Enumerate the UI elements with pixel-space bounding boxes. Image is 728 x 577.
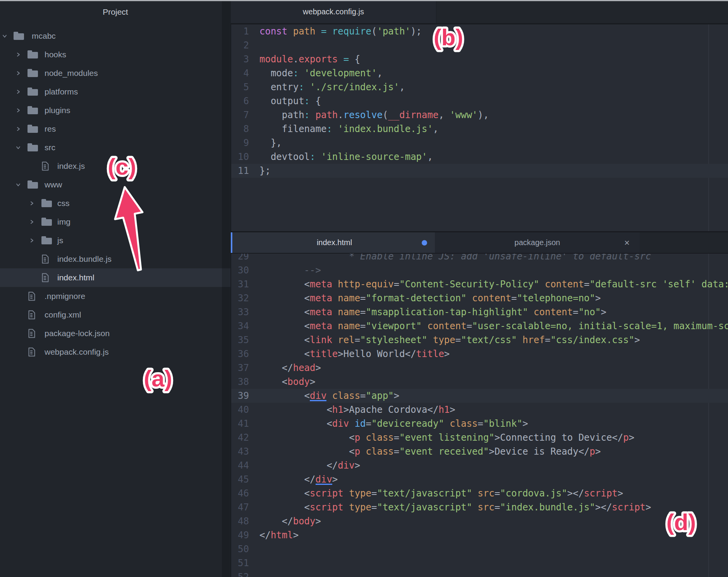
svg-text:(a): (a) — [144, 366, 172, 392]
line-content: <meta name="viewport" content="user-scal… — [249, 319, 728, 333]
tab-index-html[interactable]: index.html — [231, 232, 437, 253]
line-content: <div id="deviceready" class="blink"> — [249, 417, 528, 431]
file-icon — [41, 254, 49, 264]
chevron-right-icon[interactable] — [15, 126, 21, 132]
tree-item-label: package-lock.json — [45, 324, 110, 343]
window-top-strip — [0, 0, 728, 1]
folder-icon — [27, 182, 38, 189]
line-content: mode: 'development', — [249, 66, 383, 80]
line-number: 41 — [231, 417, 249, 431]
tree-item-config-xml[interactable]: config.xml — [0, 306, 231, 324]
pane-divider[interactable] — [231, 231, 728, 232]
close-icon[interactable]: × — [621, 237, 633, 249]
tree-item-label: index.bundle.js — [57, 250, 112, 268]
line-number: 39 — [231, 389, 249, 403]
folder-icon — [41, 238, 52, 244]
line-number: 8 — [231, 122, 249, 136]
code-line-33: 33 <meta name="msapplication-tap-highlig… — [231, 305, 728, 319]
chevron-down-icon[interactable] — [15, 145, 21, 150]
code-line-46: 46 <script type="text/javascript" src="c… — [231, 486, 728, 500]
chevron-right-icon[interactable] — [15, 70, 21, 76]
tab-truncated[interactable]: co — [640, 232, 728, 253]
line-content: </html> — [249, 528, 299, 542]
chevron-right-icon[interactable] — [29, 201, 34, 206]
tree-item-label: img — [57, 213, 70, 231]
code-line-51: 51 — [231, 556, 728, 570]
line-number: 7 — [231, 108, 249, 122]
line-number: 33 — [231, 305, 249, 319]
line-content: }, — [249, 136, 282, 150]
line-content: }; — [249, 164, 271, 178]
tree-item-label: platforms — [45, 82, 78, 101]
tab-package-json[interactable]: package.json × — [435, 232, 640, 253]
file-icon — [41, 161, 49, 171]
line-number: 1 — [231, 24, 249, 38]
tree-item-label: webpack.config.js — [45, 343, 109, 361]
line-number: 5 — [231, 80, 249, 94]
code-line-34: 34 <meta name="viewport" content="user-s… — [231, 319, 728, 333]
folder-icon — [27, 108, 38, 114]
tree-item-mcabc[interactable]: mcabc — [0, 27, 231, 45]
line-number: 45 — [231, 472, 249, 486]
sidebar-divider[interactable] — [230, 0, 231, 577]
folder-icon — [27, 70, 38, 77]
project-sidebar[interactable]: Project mcabchooksnode_modulesplatformsp… — [0, 0, 231, 577]
line-content: </div> — [249, 459, 360, 472]
line-number: 50 — [231, 542, 249, 556]
tree-item-label: plugins — [45, 101, 70, 120]
line-content: <div class="app"> — [249, 389, 399, 403]
line-number: 44 — [231, 459, 249, 472]
chevron-right-icon[interactable] — [29, 219, 34, 225]
line-content: filename: 'index.bundle.js', — [249, 122, 438, 136]
line-number: 37 — [231, 361, 249, 375]
chevron-right-icon[interactable] — [15, 108, 21, 113]
tree-item-label: index.html — [57, 268, 94, 287]
tree-item-label: config.xml — [45, 306, 81, 324]
line-content: <body> — [249, 375, 316, 389]
svg-text:(d): (d) — [666, 509, 696, 535]
chevron-right-icon[interactable] — [15, 89, 21, 94]
tree-item--npmignore[interactable]: .npmignore — [0, 287, 231, 306]
code-line-6: 6 output: { — [231, 94, 728, 108]
code-line-43: 43 <p class="event received">Device is R… — [231, 445, 728, 459]
line-number: 2 — [231, 38, 249, 52]
line-number: 10 — [231, 150, 249, 164]
tree-item-label: mcabc — [32, 27, 56, 45]
folder-icon — [41, 219, 52, 226]
line-number: 47 — [231, 500, 249, 514]
file-icon — [28, 329, 36, 338]
line-content — [249, 556, 259, 570]
annotation-arrow-icon — [108, 182, 155, 275]
folder-icon — [27, 89, 38, 96]
line-content: <meta http-equiv="Content-Security-Polic… — [249, 277, 728, 291]
tree-item-label: res — [45, 120, 56, 138]
line-content: path: path.resolve(__dirname, 'www'), — [249, 108, 489, 122]
line-content — [249, 570, 259, 577]
line-number: 6 — [231, 94, 249, 108]
folder-icon — [27, 145, 38, 151]
chevron-right-icon[interactable] — [15, 52, 21, 57]
tree-item-hooks[interactable]: hooks — [0, 45, 231, 64]
code-line-11: 11}; — [231, 164, 728, 178]
code-line-5: 5 entry: './src/index.js', — [231, 80, 728, 94]
tree-item-plugins[interactable]: plugins — [0, 101, 231, 120]
line-content: entry: './src/index.js', — [249, 80, 405, 94]
tree-item-platforms[interactable]: platforms — [0, 82, 231, 101]
chevron-right-icon[interactable] — [29, 238, 34, 243]
annotation-a: (a) — [104, 355, 212, 402]
line-content: </div> — [249, 472, 338, 486]
tree-item-res[interactable]: res — [0, 120, 231, 138]
line-number: 48 — [231, 514, 249, 528]
line-number: 42 — [231, 431, 249, 445]
line-number: 34 — [231, 319, 249, 333]
tree-item-label: .npmignore — [45, 287, 85, 306]
chevron-down-icon[interactable] — [15, 182, 21, 187]
tab-bar-bottom[interactable]: index.html package.json × co — [231, 232, 728, 254]
line-number: 30 — [231, 263, 249, 277]
line-content: <meta name="msapplication-tap-highlight"… — [249, 305, 606, 319]
tree-item-node-modules[interactable]: node_modules — [0, 64, 231, 82]
chevron-down-icon[interactable] — [2, 33, 7, 39]
tree-item-package-lock-json[interactable]: package-lock.json — [0, 324, 231, 343]
line-number: 4 — [231, 66, 249, 80]
code-line-8: 8 filename: 'index.bundle.js', — [231, 122, 728, 136]
